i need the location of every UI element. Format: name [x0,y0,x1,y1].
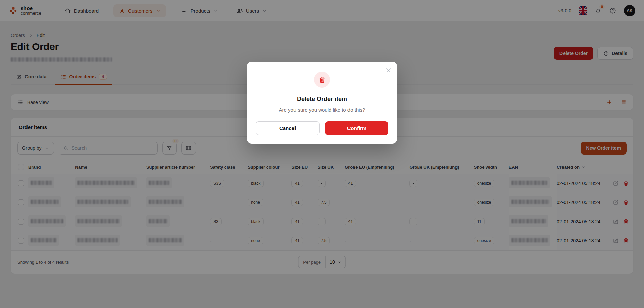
modal-message: Are you sure you would like to do this? [256,107,388,113]
modal-actions: Cancel Confirm [256,121,388,135]
cancel-button[interactable]: Cancel [256,121,320,135]
confirm-button[interactable]: Confirm [325,121,388,135]
modal-title: Delete Order item [256,96,388,103]
delete-confirmation-modal: Delete Order item Are you sure you would… [247,62,397,144]
trash-icon [314,72,330,88]
modal-backdrop[interactable] [0,0,644,308]
close-icon[interactable] [385,67,392,74]
